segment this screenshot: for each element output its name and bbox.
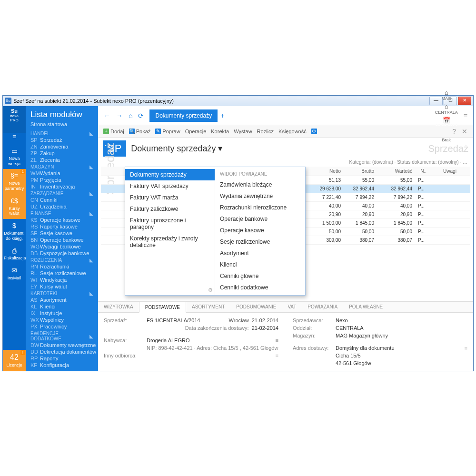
sidebar-item[interactable]: ASAsortyment [26, 297, 98, 303]
nav-refresh-icon[interactable]: ⟳ [135, 110, 147, 121]
dropdown-related-item[interactable]: Asortyment [215, 248, 305, 259]
dropdown-related-item[interactable]: Sesje rozliczeniowe [215, 236, 305, 248]
nav-context-button[interactable]: ⌂CENTRALA [432, 102, 461, 116]
detail-tab[interactable]: POWIĄZANIA [302, 302, 343, 312]
value: Drogeria ALEGRO [147, 337, 276, 343]
show-button[interactable]: 🔍Pokaż [127, 127, 153, 136]
sidebar-item[interactable]: SESesje kasowe [26, 230, 98, 237]
sidebar-item[interactable]: BNOperacje bankowe [26, 237, 98, 243]
sidebar-item[interactable]: RNRozrachunki [26, 263, 98, 270]
dropdown-related-item[interactable]: Zamówienia bieżące [215, 179, 305, 190]
sidebar-item[interactable]: WIWindykacja [26, 277, 98, 283]
sidebar-category[interactable]: KARTOTEKI◣ [26, 290, 98, 297]
nav-back-icon[interactable]: ← [101, 110, 113, 121]
dropdown-item[interactable]: Faktury zaliczkowe [125, 203, 215, 215]
rail-item[interactable]: ⎙Fiskalizacja [3, 244, 26, 264]
filter-summary[interactable]: Kategoria: (dowolna) · Status dokumentu:… [98, 159, 473, 167]
dropdown-item[interactable]: Dokumenty sprzedaży [125, 169, 215, 180]
view-dropdown-trigger[interactable]: Dokumenty sprzedaży ▾ [131, 143, 222, 154]
col-brutto[interactable]: Brutto [344, 167, 377, 176]
detail-tab[interactable]: PODSTAWOWE [139, 302, 186, 313]
sidebar-item[interactable]: RPRaporty [26, 355, 98, 362]
sidebar-start[interactable]: Strona startowa [26, 120, 98, 130]
dropdown-related-item[interactable]: Operacje bankowe [215, 213, 305, 225]
sidebar-category[interactable]: EWIDENCJE DODATKOWE◣ [26, 330, 98, 342]
issue-button[interactable]: Wystaw [231, 127, 254, 136]
gear-icon[interactable]: ⚙ [208, 287, 213, 293]
rail-item[interactable]: $Dokument. do księg. [3, 219, 26, 244]
sidebar-item[interactable]: CNCenniki [26, 197, 98, 203]
sidebar-item[interactable]: KLKlienci [26, 303, 98, 310]
fix-button[interactable]: ✎Popraw [153, 127, 182, 136]
nav-add-tab-icon[interactable]: + [218, 110, 227, 121]
close-panel-icon[interactable]: ✕ [459, 128, 470, 135]
menu-icon[interactable]: ≡ [276, 353, 278, 358]
nav-context-button[interactable]: ⌂MAG [432, 88, 461, 102]
detail-tab[interactable]: POLA WŁASNE [343, 302, 388, 312]
sidebar-item[interactable]: DDDekretacja dokumentów [26, 348, 98, 355]
sidebar-item[interactable]: PMPrzyjęcia [26, 177, 98, 183]
sidebar-item[interactable]: DBDyspozycje bankowe [26, 250, 98, 257]
dropdown-item[interactable]: Korekty sprzedaży i zwroty detaliczne [125, 233, 215, 251]
operations-button[interactable]: Operacje [183, 127, 209, 136]
nav-menu-icon[interactable]: ≡ [461, 110, 470, 121]
add-button[interactable]: +Dodaj [101, 127, 127, 136]
detail-tab[interactable]: ASORTYMENT [186, 302, 230, 312]
sidebar-item[interactable]: ZPZakup [26, 150, 98, 157]
nav-tab[interactable]: Dokumenty sprzedaży [149, 109, 218, 122]
rail-item[interactable]: §≡Nowe parametry1 [3, 169, 26, 194]
col-n[interactable]: N.. [415, 167, 429, 176]
dropdown-related-item[interactable]: Klienci [215, 259, 305, 270]
settings-gear-button[interactable]: ⚙ [309, 127, 319, 136]
sidebar-item[interactable]: PXPracownicy [26, 323, 98, 330]
col-wartosc[interactable]: Wartość [377, 167, 415, 176]
correction-button[interactable]: Korekta [208, 127, 231, 136]
sidebar-category[interactable]: HANDEL◣ [26, 130, 98, 137]
sidebar-item[interactable]: EYKursy walut [26, 283, 98, 290]
sidebar-item[interactable]: SPSprzedaż [26, 137, 98, 143]
sidebar-category[interactable]: ROZLICZENIA◣ [26, 257, 98, 263]
help-icon[interactable]: ? [449, 128, 459, 135]
accounting-button[interactable]: Księgowość [276, 127, 309, 136]
nav-forward-icon[interactable]: → [113, 110, 126, 121]
dropdown-related-item[interactable]: Cenniki dodatkowe [215, 282, 305, 293]
menu-icon[interactable]: ≡ [276, 337, 278, 343]
nav-home-icon[interactable]: ⌂ [126, 110, 135, 121]
sidebar-item[interactable]: KFKonfiguracja [26, 362, 98, 368]
sidebar-item[interactable]: IXInstytucje [26, 310, 98, 317]
dropdown-related-item[interactable]: Operacje kasowe [215, 225, 305, 236]
sidebar-item[interactable]: ZLZlecenia [26, 157, 98, 163]
detail-tab[interactable]: VAT [282, 302, 302, 312]
hamburger-icon[interactable]: ≡ [3, 133, 26, 144]
dropdown-related-item[interactable]: Rozrachunki nierozliczone [215, 202, 305, 213]
menu-icon[interactable]: ≡ [465, 345, 467, 351]
sidebar-category[interactable]: FINANSE◣ [26, 210, 98, 217]
dropdown-related-item[interactable]: Wydania zewnętrzne [215, 190, 305, 202]
sidebar-item[interactable]: INInwentaryzacja [26, 183, 98, 190]
sidebar-item[interactable]: UZUrządzenia [26, 203, 98, 210]
sidebar-category[interactable]: ZARZĄDZANIE◣ [26, 190, 98, 197]
sidebar-item[interactable]: WXWspólnicy [26, 317, 98, 323]
sidebar-item[interactable]: RLSesje rozliczeniowe [26, 270, 98, 277]
detail-tab[interactable]: WIZYTÓWKA [98, 302, 139, 312]
col-netto[interactable]: Netto [310, 167, 344, 176]
sidebar-item[interactable]: RSRaporty kasowe [26, 223, 98, 230]
dropdown-related-item[interactable]: Cenniki główne [215, 270, 305, 282]
sidebar-item[interactable]: ZNZamówienia [26, 143, 98, 150]
sidebar-item[interactable]: WGWyciągi bankowe [26, 243, 98, 250]
settle-button[interactable]: Rozlicz [255, 127, 276, 136]
detail-tab[interactable]: PODSUMOWANIE [230, 302, 282, 312]
sidebar-category[interactable]: MAGAZYN◣ [26, 163, 98, 170]
collapse-icon: ◣ [89, 291, 93, 296]
dropdown-item[interactable]: Faktury uproszczone i paragony [125, 215, 215, 233]
sidebar-item[interactable]: WMWydania [26, 170, 98, 177]
dropdown-item[interactable]: Faktury VAT marża [125, 192, 215, 203]
col-uwagi[interactable]: Uwagi [429, 167, 470, 176]
rail-item[interactable]: ✉InsMail [3, 264, 26, 284]
dropdown-item[interactable]: Faktury VAT sprzedaży [125, 180, 215, 192]
rail-item[interactable]: ▭Nowa wersja [3, 144, 26, 169]
sidebar-item[interactable]: DWDokumenty wewnętrzne [26, 342, 98, 348]
license-button[interactable]: 42 Licencje ! [3, 350, 26, 371]
rail-item[interactable]: €$Kursy walut [3, 194, 26, 219]
sidebar-item[interactable]: KSOperacje kasowe [26, 217, 98, 223]
